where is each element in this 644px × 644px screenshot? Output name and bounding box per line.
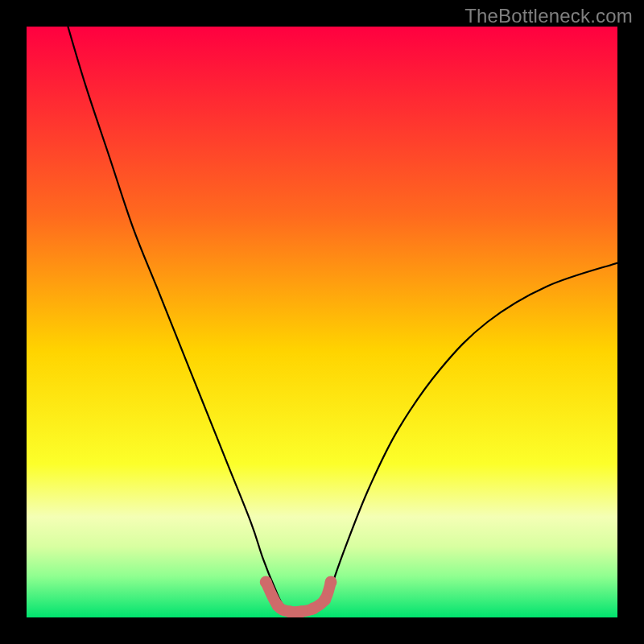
svg-point-5 bbox=[319, 593, 331, 605]
watermark-text: TheBottleneck.com bbox=[464, 5, 633, 27]
plot-area bbox=[27, 27, 617, 617]
svg-point-0 bbox=[260, 576, 272, 588]
svg-point-3 bbox=[295, 605, 308, 617]
svg-point-6 bbox=[325, 576, 337, 588]
svg-point-1 bbox=[271, 600, 283, 612]
svg-point-2 bbox=[283, 605, 295, 617]
gradient-background bbox=[27, 27, 617, 617]
svg-point-4 bbox=[307, 602, 319, 614]
chart-svg bbox=[27, 27, 617, 617]
chart-frame: TheBottleneck.com bbox=[0, 0, 644, 644]
